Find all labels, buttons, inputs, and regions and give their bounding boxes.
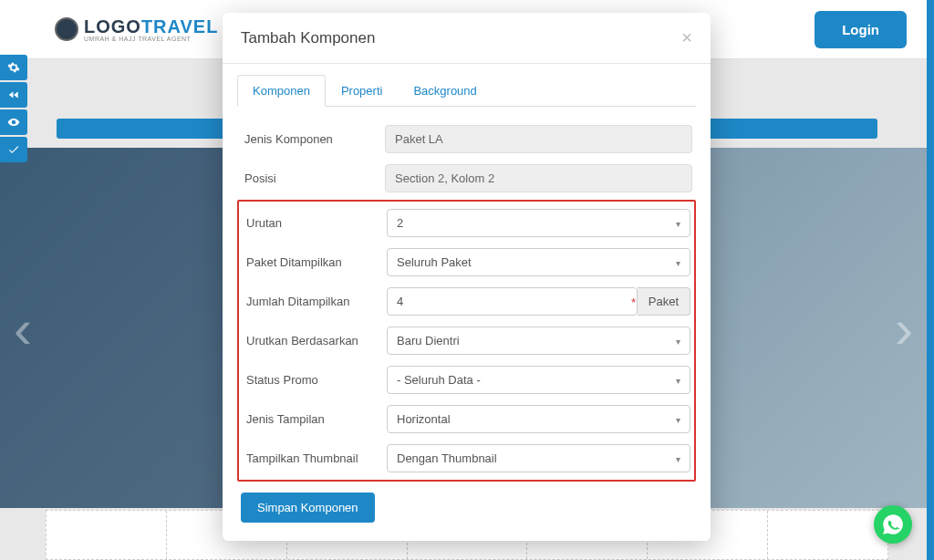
logo[interactable]: LOGOTRAVEL UMRAH & HAJJ TRAVEL AGENT bbox=[55, 16, 218, 42]
row-status-promo: Status Promo - Seluruh Data - bbox=[243, 360, 690, 399]
whatsapp-icon[interactable] bbox=[874, 505, 912, 544]
row-posisi: Posisi Section 2, Kolom 2 bbox=[241, 159, 692, 198]
tabs: Komponen Properti Background bbox=[237, 75, 696, 107]
field-jenis-komponen: Paket LA bbox=[385, 125, 692, 153]
row-urutan: Urutan 2 bbox=[243, 203, 690, 243]
addon-paket: Paket bbox=[638, 287, 690, 316]
eye-icon[interactable] bbox=[0, 109, 27, 135]
login-button[interactable]: Login bbox=[815, 11, 907, 48]
modal-header: Tambah Komponen × bbox=[223, 13, 711, 64]
modal-body: Komponen Properti Background Jenis Kompo… bbox=[223, 64, 711, 541]
select-status-promo[interactable]: - Seluruh Data - bbox=[387, 366, 690, 394]
form-section: Jenis Komponen Paket LA Posisi Section 2… bbox=[237, 119, 696, 523]
label-paket-ditampilkan: Paket Ditampilkan bbox=[243, 255, 387, 269]
select-urutan[interactable]: 2 bbox=[387, 209, 690, 237]
label-jenis-komponen: Jenis Komponen bbox=[241, 132, 385, 146]
tab-komponen[interactable]: Komponen bbox=[237, 75, 326, 107]
select-jenis-tampilan[interactable]: Horizontal bbox=[387, 405, 690, 433]
modal-title: Tambah Komponen bbox=[241, 29, 375, 47]
modal-dialog: Tambah Komponen × Komponen Properti Back… bbox=[223, 13, 711, 541]
simpan-komponen-button[interactable]: Simpan Komponen bbox=[241, 493, 375, 523]
highlighted-group: Urutan 2 Paket Ditampilkan Seluruh Paket… bbox=[237, 200, 696, 482]
footer-cell[interactable] bbox=[768, 511, 887, 559]
label-urutan: Urutan bbox=[243, 216, 387, 230]
right-edge bbox=[927, 0, 934, 560]
row-jumlah-ditampilkan: Jumlah Ditampilkan * Paket bbox=[243, 282, 690, 321]
rewind-icon[interactable] bbox=[0, 82, 27, 108]
label-urutkan-berdasarkan: Urutkan Berdasarkan bbox=[243, 334, 387, 347]
carousel-next-icon[interactable]: › bbox=[895, 296, 913, 359]
label-jenis-tampilan: Jenis Tampilan bbox=[243, 412, 387, 426]
row-paket-ditampilkan: Paket Ditampilkan Seluruh Paket bbox=[243, 243, 690, 282]
logo-text: LOGOTRAVEL bbox=[84, 16, 218, 37]
field-posisi: Section 2, Kolom 2 bbox=[385, 164, 692, 192]
input-jumlah-ditampilkan[interactable] bbox=[387, 287, 638, 316]
logo-icon bbox=[55, 17, 78, 41]
required-mark: * bbox=[631, 295, 636, 308]
select-paket-ditampilkan[interactable]: Seluruh Paket bbox=[387, 248, 690, 276]
row-jenis-tampilan: Jenis Tampilan Horizontal bbox=[243, 399, 690, 439]
select-tampilkan-thumbnail[interactable]: Dengan Thumbnail bbox=[387, 444, 690, 472]
row-urutkan-berdasarkan: Urutkan Berdasarkan Baru Dientri bbox=[243, 321, 690, 360]
label-status-promo: Status Promo bbox=[243, 373, 387, 387]
footer-cell[interactable] bbox=[47, 511, 167, 559]
tab-properti[interactable]: Properti bbox=[326, 75, 399, 107]
close-icon[interactable]: × bbox=[681, 27, 692, 48]
select-urutkan-berdasarkan[interactable]: Baru Dientri bbox=[387, 327, 690, 355]
row-tampilkan-thumbnail: Tampilkan Thumbnail Dengan Thumbnail bbox=[243, 439, 690, 478]
tab-background[interactable]: Background bbox=[398, 75, 492, 107]
label-posisi: Posisi bbox=[241, 171, 385, 185]
side-toolbar bbox=[0, 55, 27, 162]
check-icon[interactable] bbox=[0, 137, 27, 162]
row-jenis-komponen: Jenis Komponen Paket LA bbox=[241, 119, 692, 159]
logo-brand-dark: LOGO bbox=[84, 16, 141, 36]
logo-brand-blue: TRAVEL bbox=[141, 16, 219, 36]
label-jumlah-ditampilkan: Jumlah Ditampilkan bbox=[243, 295, 387, 308]
settings-icon[interactable] bbox=[0, 55, 27, 80]
carousel-prev-icon[interactable]: ‹ bbox=[14, 296, 32, 359]
label-tampilkan-thumbnail: Tampilkan Thumbnail bbox=[243, 451, 387, 465]
